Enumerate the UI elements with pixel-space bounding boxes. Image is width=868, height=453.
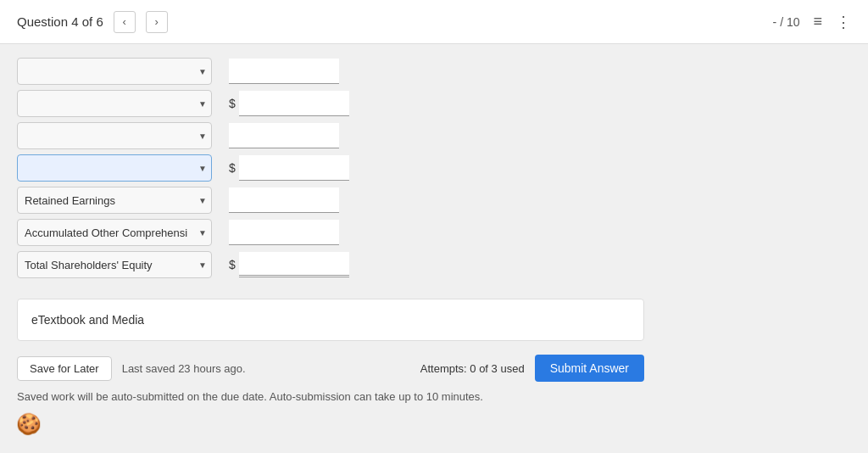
row5-select[interactable]: Retained Earnings Accumulated Other Comp… bbox=[17, 187, 212, 214]
header-left: Question 4 of 6 ‹ › bbox=[17, 11, 168, 33]
row5-input[interactable] bbox=[229, 187, 339, 213]
more-icon-button[interactable]: ⋮ bbox=[836, 13, 851, 31]
bottom-bar: Save for Later Last saved 23 hours ago. … bbox=[17, 355, 644, 405]
bottom-actions: Save for Later Last saved 23 hours ago. … bbox=[17, 355, 644, 382]
row6-input[interactable] bbox=[229, 220, 339, 245]
row1-select[interactable]: Retained Earnings Accumulated Other Comp… bbox=[17, 58, 212, 85]
form-row-3: Retained Earnings Accumulated Other Comp… bbox=[17, 122, 851, 149]
next-button[interactable]: › bbox=[146, 11, 168, 33]
form-row-2: Retained Earnings Accumulated Other Comp… bbox=[17, 90, 851, 117]
form-area: Retained Earnings Accumulated Other Comp… bbox=[17, 58, 851, 278]
row1-input[interactable] bbox=[229, 59, 339, 84]
score-display: - / 10 bbox=[773, 15, 800, 29]
attempts-text: Attempts: 0 of 3 used bbox=[420, 362, 525, 375]
header: Question 4 of 6 ‹ › - / 10 ≡ ⋮ bbox=[0, 0, 868, 44]
row3-input[interactable] bbox=[229, 123, 339, 148]
select-wrapper-1: Retained Earnings Accumulated Other Comp… bbox=[17, 58, 212, 85]
question-label: Question 4 of 6 bbox=[17, 14, 103, 29]
save-later-button[interactable]: Save for Later bbox=[17, 356, 112, 381]
select-wrapper-7: Retained Earnings Accumulated Other Comp… bbox=[17, 251, 212, 278]
right-actions: Attempts: 0 of 3 used Submit Answer bbox=[420, 355, 644, 382]
form-row-6: Retained Earnings Accumulated Other Comp… bbox=[17, 219, 851, 246]
list-icon-button[interactable]: ≡ bbox=[813, 13, 822, 31]
prev-button[interactable]: ‹ bbox=[114, 11, 136, 33]
header-right: - / 10 ≡ ⋮ bbox=[773, 13, 851, 31]
row4-input[interactable] bbox=[239, 155, 349, 181]
row7-input[interactable] bbox=[239, 252, 349, 277]
dollar-sign-4: $ bbox=[229, 161, 236, 175]
form-row-7: Retained Earnings Accumulated Other Comp… bbox=[17, 251, 851, 278]
select-wrapper-3: Retained Earnings Accumulated Other Comp… bbox=[17, 122, 212, 149]
etextbook-section: eTextbook and Media bbox=[17, 299, 644, 341]
row4-select[interactable]: Retained Earnings Accumulated Other Comp… bbox=[17, 154, 212, 182]
submit-answer-button[interactable]: Submit Answer bbox=[535, 355, 644, 382]
dollar-sign-2: $ bbox=[229, 97, 236, 110]
last-saved-text: Last saved 23 hours ago. bbox=[122, 362, 246, 375]
select-wrapper-2: Retained Earnings Accumulated Other Comp… bbox=[17, 90, 212, 117]
main-content: Retained Earnings Accumulated Other Comp… bbox=[0, 44, 868, 453]
form-row-4: Retained Earnings Accumulated Other Comp… bbox=[17, 154, 851, 182]
row7-select[interactable]: Retained Earnings Accumulated Other Comp… bbox=[17, 251, 212, 278]
auto-submit-note: Saved work will be auto-submitted on the… bbox=[17, 389, 644, 405]
select-wrapper-5: Retained Earnings Accumulated Other Comp… bbox=[17, 187, 212, 214]
row2-input[interactable] bbox=[239, 91, 349, 116]
select-wrapper-4: Retained Earnings Accumulated Other Comp… bbox=[17, 154, 212, 182]
row3-select[interactable]: Retained Earnings Accumulated Other Comp… bbox=[17, 122, 212, 149]
dollar-sign-7: $ bbox=[229, 258, 236, 271]
form-row-5: Retained Earnings Accumulated Other Comp… bbox=[17, 187, 851, 214]
row6-select[interactable]: Retained Earnings Accumulated Other Comp… bbox=[17, 219, 212, 246]
etextbook-title: eTextbook and Media bbox=[31, 313, 144, 327]
cookie-icon-button[interactable]: 🍪 bbox=[14, 409, 44, 439]
row2-select[interactable]: Retained Earnings Accumulated Other Comp… bbox=[17, 90, 212, 117]
form-row-1: Retained Earnings Accumulated Other Comp… bbox=[17, 58, 851, 85]
select-wrapper-6: Retained Earnings Accumulated Other Comp… bbox=[17, 219, 212, 246]
left-actions: Save for Later Last saved 23 hours ago. bbox=[17, 356, 246, 381]
